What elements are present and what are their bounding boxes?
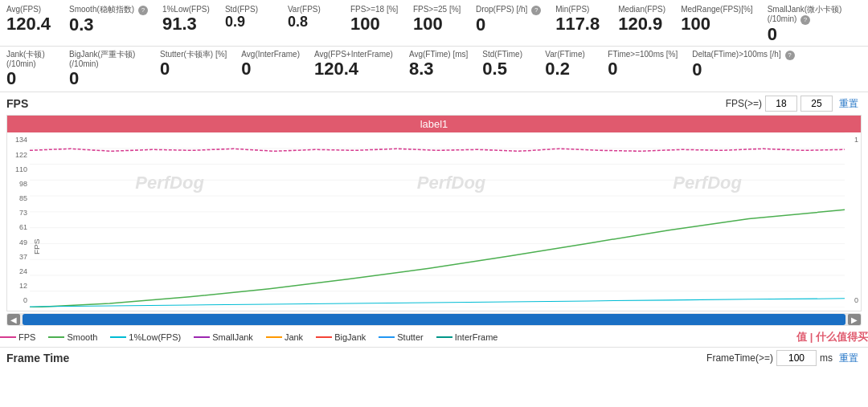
x-label-7: 04:12 bbox=[321, 310, 339, 311]
small-jank-legend-item: SmallJank bbox=[194, 332, 253, 342]
delta-ftime-value: 0 bbox=[692, 60, 702, 79]
interframe-legend-line bbox=[436, 336, 452, 338]
fps-chart-area: label1 PerfDog PerfDog PerfDog 134 122 1… bbox=[6, 115, 862, 311]
chart-scrollbar[interactable]: ◀ ▶ bbox=[6, 313, 862, 326]
smooth-legend-label: Smooth bbox=[67, 332, 97, 342]
ftime-100-label: FTime>=100ms [%] bbox=[608, 50, 678, 59]
drop-help-icon[interactable]: ? bbox=[531, 6, 541, 15]
x-label-14: 08:24 bbox=[612, 310, 631, 311]
ftime-reset-button[interactable]: 重置 bbox=[836, 352, 862, 365]
stat-var-ftime: Var(FTime) 0.2 bbox=[545, 50, 593, 79]
x-label-11: 06:36 bbox=[487, 310, 506, 311]
stat-median-fps: Median(FPS) 120.9 bbox=[618, 5, 666, 34]
fps-threshold-2-input[interactable] bbox=[800, 96, 833, 112]
y-axis-left: 134 122 110 98 85 73 61 49 37 24 12 0 bbox=[7, 132, 30, 307]
chart-label-bar: label1 bbox=[7, 116, 861, 132]
y-axis-right: 1 0 bbox=[845, 132, 861, 307]
jank-label: Jank(卡顿)(/10min) bbox=[6, 50, 45, 69]
y-label-110: 110 bbox=[7, 165, 30, 173]
var-ftime-value: 0.2 bbox=[545, 59, 570, 79]
stats-row-1: Avg(FPS) 120.4 Smooth(稳帧指数) ? 0.3 1%Low(… bbox=[0, 0, 868, 47]
x-label-2: 01:12 bbox=[113, 310, 132, 311]
x-label-19: 11:24 bbox=[820, 310, 838, 311]
scrollbar-thumb[interactable] bbox=[23, 314, 845, 325]
ftime-unit: ms bbox=[820, 352, 833, 364]
small-jank-legend-label: SmallJank bbox=[212, 332, 253, 342]
big-jank-legend-line bbox=[316, 336, 332, 338]
stat-avg-interframe: Avg(InterFrame) 0 bbox=[241, 50, 300, 79]
x-label-12: 07:12 bbox=[529, 310, 547, 311]
fps-threshold-1-input[interactable] bbox=[765, 96, 797, 112]
stat-avg-fps: Avg(FPS) 120.4 bbox=[6, 5, 55, 34]
x-label-5: 03:00 bbox=[238, 310, 256, 311]
std-ftime-value: 0.5 bbox=[482, 59, 507, 79]
fps-gte-label: FPS(>=) bbox=[726, 98, 762, 109]
x-label-9: 05:24 bbox=[404, 310, 423, 311]
stat-jank: Jank(卡顿)(/10min) 0 bbox=[6, 50, 55, 88]
stat-fps-18: FPS>=18 [%] 100 bbox=[350, 5, 399, 34]
smooth-help-icon[interactable]: ? bbox=[138, 6, 148, 15]
fps-title: FPS bbox=[6, 97, 28, 110]
stat-big-jank: BigJank(严重卡顿)(/10min) 0 bbox=[69, 50, 145, 88]
frame-time-section: Frame Time FrameTime(>=) ms 重置 bbox=[0, 347, 868, 366]
ftime-100-value: 0 bbox=[608, 59, 617, 79]
ftime-gte-label: FrameTime(>=) bbox=[706, 352, 773, 364]
delta-help-icon[interactable]: ? bbox=[785, 51, 795, 60]
smooth-legend-line bbox=[48, 336, 64, 338]
min-fps-value: 117.8 bbox=[555, 14, 600, 34]
big-jank-legend-item: BigJank bbox=[316, 332, 366, 342]
fps-reset-button[interactable]: 重置 bbox=[836, 97, 862, 111]
drop-fps-value: 0 bbox=[476, 15, 485, 35]
stat-fps-25: FPS>=25 [%] 100 bbox=[413, 5, 461, 34]
interframe-legend-label: InterFrame bbox=[455, 332, 498, 342]
jank-value: 0 bbox=[6, 69, 16, 88]
scroll-left-button[interactable]: ◀ bbox=[7, 314, 20, 325]
stat-ftime-100: FTime>=100ms [%] 0 bbox=[608, 50, 678, 79]
stat-delta-ftime: Delta(FTime)>100ms [/h] ? 0 bbox=[692, 50, 794, 79]
fps-18-value: 100 bbox=[350, 14, 380, 34]
scroll-right-button[interactable]: ▶ bbox=[848, 314, 861, 325]
interframe-legend-item: InterFrame bbox=[436, 332, 498, 342]
y-label-73: 73 bbox=[7, 209, 30, 217]
x-label-3: 01:48 bbox=[154, 310, 173, 311]
x-axis: 00:00 00:36 01:12 01:48 02:24 03:00 03:3… bbox=[7, 308, 861, 311]
stat-var-fps: Var(FPS) 0.8 bbox=[288, 5, 336, 31]
stat-med-range: MedRange(FPS)[%] 100 bbox=[681, 5, 752, 34]
jank-legend-line bbox=[266, 336, 282, 338]
avg-ftime-value: 8.3 bbox=[409, 59, 434, 79]
y-label-37: 37 bbox=[7, 253, 30, 261]
x-label-18: 10:48 bbox=[779, 310, 797, 311]
small-jank-help-icon[interactable]: ? bbox=[800, 15, 810, 25]
y-label-49: 49 bbox=[7, 238, 30, 246]
std-fps-value: 0.9 bbox=[225, 14, 245, 31]
var-fps-value: 0.8 bbox=[288, 14, 308, 31]
x-label-13: 07:48 bbox=[571, 310, 589, 311]
1pct-legend-label: 1%Low(FPS) bbox=[129, 332, 181, 342]
x-label-8: 04:48 bbox=[362, 310, 381, 311]
median-fps-value: 120.9 bbox=[618, 14, 662, 34]
big-jank-label: BigJank(严重卡顿)(/10min) bbox=[69, 50, 135, 69]
y-label-0: 0 bbox=[7, 296, 30, 304]
stat-drop-fps: Drop(FPS) [/h] ? 0 bbox=[476, 5, 541, 35]
stutter-value: 0 bbox=[160, 59, 170, 79]
stat-avg-ftime: Avg(FTime) [ms] 8.3 bbox=[409, 50, 468, 79]
y-right-zero: 0 bbox=[845, 296, 861, 304]
x-label-17: 10:12 bbox=[737, 310, 755, 311]
frame-time-title: Frame Time bbox=[6, 352, 69, 364]
stats-row-2: Jank(卡顿)(/10min) 0 BigJank(严重卡顿)(/10min)… bbox=[0, 47, 868, 92]
fps-25-value: 100 bbox=[413, 14, 443, 34]
fps-legend-line bbox=[0, 336, 16, 338]
x-label-16: 09:36 bbox=[695, 310, 714, 311]
y-label-122: 122 bbox=[7, 151, 30, 159]
x-label-0: 00:00 bbox=[30, 310, 48, 311]
stutter-legend-line bbox=[379, 336, 395, 338]
chart-svg: FPS bbox=[30, 132, 845, 307]
smooth-legend-item: Smooth bbox=[48, 332, 97, 342]
smooth-line bbox=[30, 210, 845, 308]
ftime-threshold-input[interactable] bbox=[776, 350, 817, 366]
stutter-label: Stutter(卡顿率) [%] bbox=[160, 50, 227, 59]
y-label-85: 85 bbox=[7, 194, 30, 202]
x-label-10: 06:00 bbox=[446, 310, 465, 311]
x-label-1: 00:36 bbox=[72, 310, 90, 311]
x-label-6: 03:36 bbox=[280, 310, 298, 311]
